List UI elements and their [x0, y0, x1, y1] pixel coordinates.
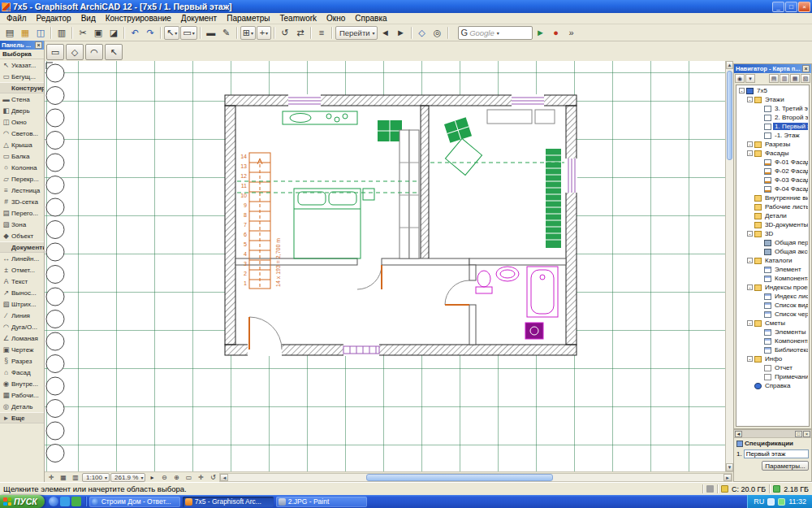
expander-icon[interactable] — [757, 276, 762, 281]
zoom-bar-button[interactable]: ▦ — [58, 473, 69, 482]
tree-item[interactable]: Ф-04 Фасад зап — [737, 185, 808, 193]
horizontal-scrollbar[interactable]: ◄ ► — [219, 473, 732, 482]
tree-item[interactable]: - 3D — [737, 229, 808, 238]
tool-item[interactable]: ▭ Бегущ... — [0, 71, 44, 82]
tray-volume-icon[interactable] — [767, 498, 775, 506]
navigator-tool-icon[interactable]: ▥ — [780, 74, 789, 83]
expander-icon[interactable] — [757, 338, 762, 344]
navigator-tool-icon[interactable]: ▦ — [790, 74, 800, 83]
close-icon[interactable]: × — [803, 431, 810, 437]
tree-item[interactable]: Список видов — [737, 301, 808, 310]
toolbar-button[interactable]: ✎ — [219, 26, 234, 40]
tree-item[interactable]: Библиотека по — [737, 345, 808, 354]
geometry-method-button[interactable]: ◇ — [66, 44, 84, 60]
drawing-canvas[interactable]: 1 2 3 4 5 6 7 8 9 10 11 12 13 14 14 x 19… — [45, 61, 725, 471]
tree-item[interactable]: Общая аксоном — [737, 247, 808, 256]
tool-item[interactable]: ◠ Светов... — [0, 128, 44, 139]
tree-item[interactable]: - Каталоги — [737, 256, 808, 265]
toolbar-button[interactable]: ◫ — [33, 26, 48, 40]
parameters-button[interactable]: Параметры... — [762, 461, 809, 471]
toolbar-button[interactable] — [160, 27, 162, 39]
floor-plan[interactable]: 1 2 3 4 5 6 7 8 9 10 11 12 13 14 14 x 19… — [45, 61, 725, 471]
expander-icon[interactable]: - — [747, 150, 753, 156]
geometry-method-button[interactable]: ◠ — [85, 44, 103, 60]
expander-icon[interactable] — [757, 365, 762, 371]
toolbar-button[interactable]: ◪ — [106, 26, 121, 40]
tool-item[interactable]: ◎ Деталь — [0, 401, 44, 412]
tree-item[interactable]: Общая перспек — [737, 238, 808, 247]
tool-item[interactable]: ∕ Линия — [0, 310, 44, 321]
tool-item[interactable]: Конструир — [0, 82, 44, 93]
tree-item[interactable]: Ф-02 Фасад юж — [737, 167, 808, 176]
expander-icon[interactable] — [757, 302, 762, 308]
zoom-bar-button[interactable]: ↺ — [207, 473, 218, 482]
tree-item[interactable]: - Инфо — [737, 354, 808, 363]
toolbar-button[interactable]: ↷ — [143, 26, 158, 40]
toolbar-button[interactable]: ▭ ▾ — [180, 26, 197, 40]
tool-item[interactable]: A Текст — [0, 276, 44, 287]
expander-icon[interactable]: - — [747, 284, 753, 290]
tool-item[interactable]: ↔ Линейн... — [0, 253, 44, 264]
expander-icon[interactable] — [757, 374, 762, 380]
navigator-tool-icon[interactable]: ▤ — [769, 74, 779, 83]
zoom-bar-button[interactable]: ✛ — [195, 473, 206, 482]
tree-item[interactable]: - 7x5 — [737, 86, 808, 95]
expander-icon[interactable] — [757, 124, 762, 129]
expander-icon[interactable] — [757, 159, 762, 165]
tree-item[interactable]: Внутренние виды — [737, 193, 808, 202]
menu-item[interactable]: Параметры — [222, 14, 274, 23]
zoom-bar-button[interactable]: ▸ — [146, 473, 158, 482]
toolbar-button[interactable]: ◇ — [415, 26, 430, 40]
toolbar-button[interactable]: G Google ▾ — [458, 26, 533, 40]
menu-item[interactable]: Вид — [76, 14, 101, 23]
tool-item[interactable]: ○ Колонна — [0, 162, 44, 173]
toolbar-button[interactable]: ◄ — [378, 26, 393, 40]
close-icon[interactable]: × — [35, 41, 42, 49]
tree-item[interactable]: Компоненты — [737, 336, 808, 345]
quicklaunch-icon[interactable] — [49, 497, 58, 506]
navigator-titlebar[interactable]: Навигатор - Карта п... × — [734, 64, 811, 73]
restore-icon[interactable]: □ — [795, 431, 802, 437]
tree-item[interactable]: 2. Второй этаж — [737, 113, 808, 122]
expander-icon[interactable] — [757, 329, 762, 335]
tool-item[interactable]: ≡ Лестница — [0, 185, 44, 196]
toolbar-button[interactable] — [447, 27, 449, 39]
tree-item[interactable]: - Индексы проекта — [737, 283, 808, 292]
expander-icon[interactable]: - — [747, 258, 753, 263]
navigator-tool-icon[interactable]: ▧ — [801, 74, 810, 83]
toolbar-button[interactable]: ▥ — [54, 26, 69, 40]
tree-item[interactable]: Индекс листов — [737, 292, 808, 301]
expander-icon[interactable] — [757, 293, 762, 299]
menu-item[interactable]: Редактор — [32, 14, 76, 23]
taskbar-task[interactable]: Строим Дом - Ответ... — [89, 497, 180, 507]
menu-item[interactable]: Документ — [176, 14, 222, 23]
menu-item[interactable]: Конструирование — [101, 14, 176, 23]
expander-icon[interactable] — [757, 106, 762, 111]
tool-item[interactable]: ▤ Перего... — [0, 207, 44, 219]
tree-item[interactable]: Рабочие листы — [737, 202, 808, 211]
toolbar-button[interactable] — [123, 27, 125, 39]
toolbar-button[interactable]: + ▾ — [257, 26, 271, 40]
tool-item[interactable]: ↖ Указат... — [0, 59, 44, 71]
expander-icon[interactable] — [757, 267, 762, 272]
restore-button[interactable]: □ — [785, 2, 797, 12]
zoom-bar-button[interactable]: ⊖ — [158, 473, 170, 482]
taskbar-task[interactable]: 2.JPG - Paint — [276, 497, 367, 507]
toolbox-titlebar[interactable]: Панель ... × — [0, 41, 44, 50]
tool-item[interactable]: § Разрез — [0, 355, 44, 367]
tool-item[interactable]: ▧ Штрих... — [0, 298, 44, 310]
tool-item[interactable]: ◉ Внутре... — [0, 378, 44, 389]
toolbar-button[interactable] — [331, 27, 333, 39]
tree-item[interactable]: Элемент — [737, 265, 808, 274]
tree-item[interactable]: Компонента — [737, 274, 808, 283]
tool-item[interactable]: ▱ Перекр... — [0, 173, 44, 185]
close-icon[interactable]: × — [802, 65, 810, 72]
tool-item[interactable]: Документи — [0, 241, 44, 253]
geometry-method-button[interactable]: ↖ — [105, 44, 123, 60]
tree-item[interactable]: Список чертеж — [737, 310, 808, 319]
tree-item[interactable]: 3D-документы — [737, 220, 808, 229]
tree-item[interactable]: Элементы — [737, 328, 808, 336]
start-button[interactable]: ПУСК — [0, 495, 45, 508]
toolbar-button[interactable] — [236, 27, 238, 39]
tree-item[interactable]: Примечания к — [737, 372, 808, 381]
